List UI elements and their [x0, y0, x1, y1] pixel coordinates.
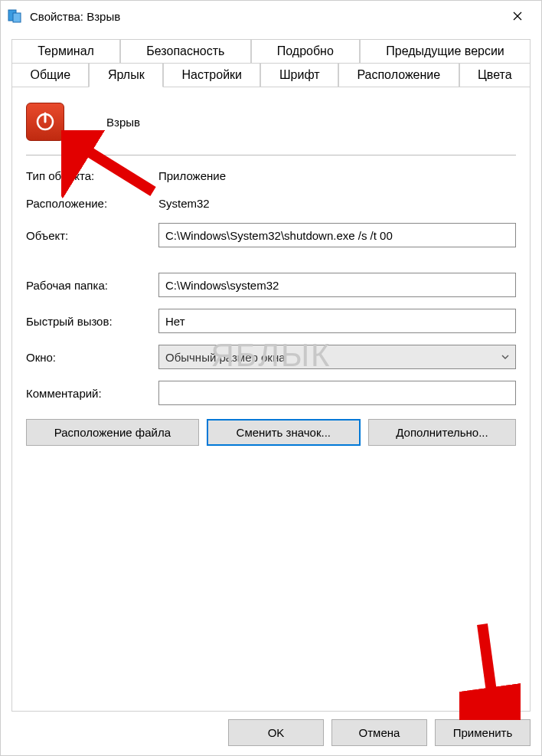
- dialog-buttons: OK Отмена Применить: [11, 719, 531, 746]
- tab-font[interactable]: Шрифт: [260, 63, 338, 87]
- properties-window: Свойства: Взрыв Терминал Безопасность По…: [0, 0, 542, 756]
- tab-panel-shortcut: Взрыв Тип объекта: Приложение Расположен…: [11, 87, 531, 712]
- target-label: Объект:: [26, 229, 152, 242]
- content-area: Терминал Безопасность Подробно Предыдущи…: [1, 31, 541, 755]
- apply-button[interactable]: Применить: [435, 719, 531, 746]
- location-value: System32: [158, 195, 210, 211]
- app-icon: [7, 8, 22, 24]
- workdir-label: Рабочая папка:: [26, 279, 152, 292]
- change-icon-button[interactable]: Сменить значок...: [207, 419, 361, 446]
- close-button[interactable]: [500, 4, 535, 28]
- target-input[interactable]: [158, 223, 516, 247]
- type-label: Тип объекта:: [26, 169, 152, 182]
- tab-terminal[interactable]: Терминал: [11, 39, 120, 64]
- tab-options[interactable]: Настройки: [163, 63, 260, 87]
- shortcut-icon: [26, 103, 64, 141]
- window-title: Свойства: Взрыв: [30, 10, 500, 23]
- run-select[interactable]: Обычный размер окна: [158, 345, 516, 369]
- advanced-button[interactable]: Дополнительно...: [368, 419, 516, 446]
- chevron-down-icon: [501, 355, 509, 359]
- hotkey-label: Быстрый вызов:: [26, 315, 152, 328]
- location-label: Расположение:: [26, 197, 152, 210]
- tab-strip: Терминал Безопасность Подробно Предыдущи…: [11, 39, 531, 87]
- power-icon: [34, 110, 57, 133]
- comment-input[interactable]: [158, 381, 516, 405]
- tab-colors[interactable]: Цвета: [459, 63, 531, 87]
- hotkey-input[interactable]: [158, 309, 516, 333]
- comment-label: Комментарий:: [26, 387, 152, 400]
- run-select-value: Обычный размер окна: [165, 351, 286, 364]
- cancel-button[interactable]: Отмена: [331, 719, 427, 746]
- close-icon: [513, 11, 522, 21]
- tab-security[interactable]: Безопасность: [120, 39, 250, 64]
- tab-details[interactable]: Подробно: [251, 39, 360, 64]
- type-value: Приложение: [158, 168, 226, 184]
- tab-layout[interactable]: Расположение: [338, 63, 459, 87]
- svg-rect-1: [13, 13, 21, 22]
- run-label: Окно:: [26, 351, 152, 364]
- tab-general[interactable]: Общие: [11, 63, 89, 87]
- tab-shortcut[interactable]: Ярлык: [89, 63, 163, 87]
- titlebar: Свойства: Взрыв: [1, 1, 541, 31]
- shortcut-name: Взрыв: [106, 116, 140, 129]
- open-location-button[interactable]: Расположение файла: [26, 419, 199, 446]
- ok-button[interactable]: OK: [228, 719, 324, 746]
- workdir-input[interactable]: [158, 273, 516, 297]
- tab-previous-versions[interactable]: Предыдущие версии: [360, 39, 531, 64]
